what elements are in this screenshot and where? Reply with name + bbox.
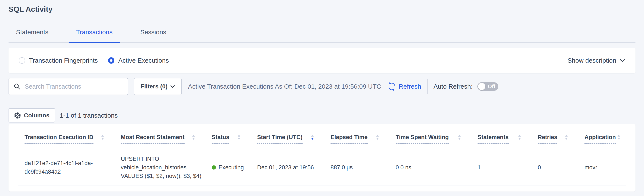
column-header-start-time[interactable]: Start Time (UTC): [257, 134, 330, 144]
auto-refresh-control: Auto Refresh: Off: [434, 82, 498, 91]
cell-time-spent-waiting: 0.0 ns: [396, 163, 478, 172]
radio-circle-icon: [19, 57, 25, 64]
refresh-label: Refresh: [399, 83, 421, 90]
table-controls: Columns 1-1 of 1 transactions: [8, 108, 636, 123]
gear-icon: [14, 112, 21, 119]
status-label: Executing: [218, 163, 244, 172]
search-icon: [14, 83, 20, 90]
column-header-label: Elapsed Time: [330, 134, 368, 144]
sort-icon[interactable]: [518, 135, 521, 140]
cell-application: movr: [584, 163, 626, 172]
sort-icon[interactable]: [238, 135, 240, 140]
page-title: SQL Activity: [8, 5, 636, 14]
filters-button-label: Filters (0): [140, 83, 168, 90]
status-executing-dot-icon: [212, 165, 216, 170]
toolbar-divider: [427, 79, 428, 94]
cell-status: Executing: [212, 163, 257, 172]
search-box: [8, 78, 128, 95]
chevron-down-icon: [170, 85, 175, 88]
sql-activity-page: SQL Activity Statements Transactions Ses…: [0, 5, 644, 192]
show-description-label: Show description: [568, 57, 616, 64]
sort-icon[interactable]: [192, 135, 195, 140]
chevron-down-icon: [620, 59, 625, 62]
sort-icon-active-desc[interactable]: [311, 135, 314, 140]
table-header-row: Transaction Execution ID Most Recent Sta…: [18, 124, 626, 148]
column-header-time-spent-waiting[interactable]: Time Spent Waiting: [396, 134, 478, 144]
transactions-table: Transaction Execution ID Most Recent Sta…: [8, 124, 636, 192]
as-of-timestamp: Active Transaction Executions As Of: Dec…: [188, 83, 381, 90]
tab-transactions-label: Transactions: [76, 28, 113, 35]
auto-refresh-label: Auto Refresh:: [434, 83, 473, 90]
column-header-statements[interactable]: Statements: [478, 134, 538, 144]
tab-transactions[interactable]: Transactions: [69, 27, 120, 42]
column-header-label: Status: [212, 134, 230, 144]
toggle-knob-icon: [478, 83, 485, 90]
cell-transaction-execution-id: da1f21e2-de71-4c1f-a1da-dc9fc94a84a2: [24, 159, 106, 176]
table-row[interactable]: da1f21e2-de71-4c1f-a1da-dc9fc94a84a2 UPS…: [18, 148, 626, 186]
sort-icon[interactable]: [101, 135, 104, 140]
column-header-label: Application: [584, 134, 616, 144]
column-header-label: Time Spent Waiting: [396, 134, 449, 144]
auto-refresh-toggle[interactable]: Off: [477, 82, 498, 91]
search-input[interactable]: [25, 83, 123, 90]
radio-circle-icon: [108, 57, 114, 64]
sort-icon[interactable]: [458, 135, 461, 140]
radio-active-executions[interactable]: Active Executions: [108, 57, 169, 64]
column-header-label: Most Recent Statement: [121, 134, 184, 144]
column-header-label: Statements: [478, 134, 509, 144]
column-header-status[interactable]: Status: [212, 134, 257, 144]
tab-statements-label: Statements: [16, 28, 48, 35]
cell-most-recent-statement: UPSERT INTO vehicle_location_histories V…: [121, 155, 210, 180]
sort-icon[interactable]: [376, 135, 379, 140]
tab-statements[interactable]: Statements: [8, 27, 56, 42]
refresh-icon: [387, 82, 396, 91]
refresh-button[interactable]: Refresh: [387, 82, 421, 91]
toolbar: Filters (0) Active Transaction Execution…: [8, 78, 636, 95]
column-header-label: Start Time (UTC): [257, 134, 302, 144]
sort-icon[interactable]: [565, 135, 568, 140]
view-options-card: Transaction Fingerprints Active Executio…: [8, 48, 636, 73]
cell-statements: 1: [478, 163, 538, 172]
show-description-toggle[interactable]: Show description: [568, 57, 625, 64]
cell-elapsed-time: 887.0 µs: [330, 163, 396, 172]
column-header-label: Transaction Execution ID: [24, 134, 94, 144]
column-header-most-recent-statement[interactable]: Most Recent Statement: [121, 134, 212, 144]
filters-button[interactable]: Filters (0): [134, 78, 182, 95]
radio-label: Active Executions: [118, 57, 169, 64]
radio-label: Transaction Fingerprints: [29, 57, 98, 64]
tab-bar: Statements Transactions Sessions: [8, 27, 636, 43]
column-header-transaction-execution-id[interactable]: Transaction Execution ID: [24, 134, 121, 144]
sort-icon[interactable]: [617, 135, 620, 140]
auto-refresh-state: Off: [488, 83, 495, 89]
column-header-application[interactable]: Application: [584, 134, 626, 144]
column-header-retries[interactable]: Retries: [538, 134, 584, 144]
columns-button-label: Columns: [24, 112, 50, 119]
radio-transaction-fingerprints[interactable]: Transaction Fingerprints: [19, 57, 98, 64]
tab-sessions-label: Sessions: [140, 28, 166, 35]
column-header-label: Retries: [538, 134, 557, 144]
column-header-elapsed-time[interactable]: Elapsed Time: [330, 134, 396, 144]
tab-sessions[interactable]: Sessions: [133, 27, 174, 42]
columns-button[interactable]: Columns: [8, 108, 55, 123]
result-count: 1-1 of 1 transactions: [60, 112, 118, 119]
cell-retries: 0: [538, 163, 584, 172]
cell-start-time: Dec 01, 2023 at 19:56: [257, 163, 330, 172]
